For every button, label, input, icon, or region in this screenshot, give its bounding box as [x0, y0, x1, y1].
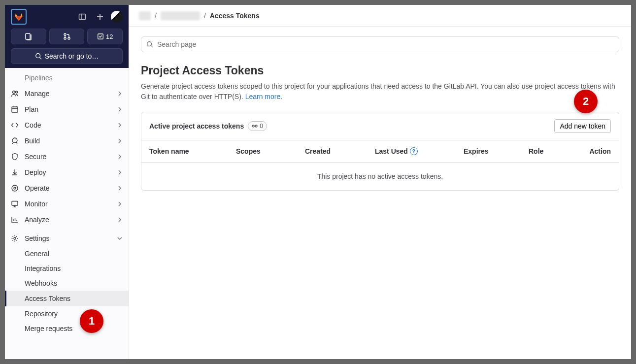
- chevron-down-icon: [117, 235, 123, 241]
- svg-rect-13: [12, 107, 18, 112]
- svg-point-17: [12, 185, 18, 191]
- code-icon: [11, 121, 19, 129]
- sidebar-sub-webhooks[interactable]: Webhooks: [5, 276, 129, 291]
- breadcrumb-separator: /: [204, 12, 206, 20]
- card-title: Active project access tokens: [149, 122, 244, 130]
- col-expires: Expires: [464, 147, 529, 155]
- svg-point-9: [35, 54, 40, 58]
- col-last-used: Last Used?: [375, 147, 464, 155]
- main-content: / / Access Tokens Project Access Tokens …: [129, 5, 631, 359]
- svg-rect-4: [26, 33, 30, 39]
- add-new-token-button[interactable]: Add new token: [554, 119, 611, 133]
- gitlab-logo[interactable]: [11, 9, 27, 25]
- col-created: Created: [305, 147, 375, 155]
- sidebar-item-code[interactable]: Code: [5, 117, 129, 133]
- topbar: 12 Search or go to…: [5, 5, 129, 68]
- page-search[interactable]: [141, 36, 619, 52]
- sidebar-item-settings[interactable]: Settings: [5, 231, 129, 246]
- create-new-icon[interactable]: [93, 10, 107, 24]
- svg-point-31: [255, 125, 257, 127]
- svg-point-12: [16, 91, 18, 93]
- tanuki-icon: [14, 12, 24, 22]
- token-icon: [252, 124, 258, 129]
- callout-1: 1: [80, 309, 103, 333]
- gear-icon: [11, 234, 19, 242]
- sidebar-toggle-icon[interactable]: [75, 10, 89, 24]
- table-header: Token name Scopes Created Last Used? Exp…: [141, 140, 619, 163]
- chevron-right-icon: [117, 169, 123, 175]
- calendar-icon: [11, 105, 19, 113]
- global-search[interactable]: Search or go to…: [11, 48, 123, 64]
- monitor-icon: [11, 200, 19, 208]
- todos-count: 12: [106, 33, 113, 40]
- sidebar-item-monitor[interactable]: Monitor: [5, 196, 129, 212]
- chevron-right-icon: [117, 106, 123, 112]
- col-scopes: Scopes: [236, 147, 305, 155]
- learn-more-link[interactable]: Learn more.: [245, 93, 282, 100]
- page-description: Generate project access tokens scoped to…: [141, 81, 619, 102]
- sidebar-item-plan[interactable]: Plan: [5, 101, 129, 117]
- users-icon: [11, 90, 19, 98]
- sidebar-item-manage[interactable]: Manage: [5, 86, 129, 101]
- chevron-right-icon: [117, 122, 123, 128]
- page-title: Project Access Tokens: [141, 64, 619, 77]
- breadcrumb-separator: /: [155, 12, 157, 20]
- operate-icon: [11, 184, 19, 192]
- search-icon: [35, 53, 42, 60]
- todos-pill[interactable]: 12: [87, 29, 123, 44]
- svg-rect-19: [12, 201, 18, 206]
- svg-point-6: [64, 37, 66, 39]
- breadcrumb-group[interactable]: [139, 11, 151, 20]
- col-role: Role: [529, 147, 578, 155]
- chevron-right-icon: [117, 138, 123, 144]
- search-icon: [146, 41, 153, 48]
- sidebar-item-pipelines[interactable]: Pipelines: [5, 70, 129, 86]
- sidebar-item-analyze[interactable]: Analyze: [5, 212, 129, 228]
- sidebar-item-secure[interactable]: Secure: [5, 149, 129, 165]
- chevron-right-icon: [117, 91, 123, 97]
- chevron-right-icon: [117, 217, 123, 223]
- svg-rect-0: [79, 14, 86, 20]
- sidebar-item-build[interactable]: Build: [5, 133, 129, 149]
- analytics-icon: [11, 216, 19, 224]
- tokens-card: Active project access tokens 0 Add new t…: [141, 112, 619, 191]
- svg-point-30: [252, 125, 254, 127]
- svg-line-10: [39, 58, 41, 60]
- sidebar-nav: Pipelines Manage Plan Code Build: [5, 68, 129, 359]
- svg-line-29: [151, 46, 153, 48]
- sidebar-sub-repository[interactable]: Repository: [5, 306, 129, 321]
- col-token-name: Token name: [149, 147, 236, 155]
- sidebar-sub-integrations[interactable]: Integrations: [5, 261, 129, 276]
- page-search-input[interactable]: [157, 40, 614, 48]
- app-frame: 12 Search or go to… Pipelines Manage Pla…: [5, 5, 631, 359]
- sidebar-item-operate[interactable]: Operate: [5, 180, 129, 196]
- callout-2: 2: [574, 90, 598, 113]
- sidebar-sub-access-tokens[interactable]: Access Tokens: [5, 291, 129, 306]
- user-avatar[interactable]: [111, 11, 123, 23]
- chevron-right-icon: [117, 201, 123, 207]
- global-search-label: Search or go to…: [45, 52, 99, 60]
- breadcrumb: / / Access Tokens: [129, 5, 631, 27]
- help-icon[interactable]: ?: [410, 147, 418, 155]
- breadcrumb-current: Access Tokens: [210, 12, 260, 20]
- sidebar-sub-general[interactable]: General: [5, 246, 129, 261]
- svg-point-11: [13, 91, 15, 94]
- svg-point-5: [64, 33, 66, 35]
- merge-requests-pill[interactable]: [49, 29, 85, 44]
- sidebar-item-deploy[interactable]: Deploy: [5, 165, 129, 180]
- chevron-right-icon: [117, 154, 123, 160]
- rocket-icon: [11, 137, 19, 145]
- svg-point-18: [14, 187, 16, 189]
- token-count-badge: 0: [248, 121, 267, 131]
- sidebar: 12 Search or go to… Pipelines Manage Pla…: [5, 5, 129, 359]
- shield-icon: [11, 153, 19, 161]
- svg-point-7: [68, 37, 70, 39]
- breadcrumb-project[interactable]: [161, 11, 200, 20]
- chevron-right-icon: [117, 185, 123, 191]
- issues-pill[interactable]: [11, 29, 46, 44]
- empty-tokens-message: This project has no active access tokens…: [141, 163, 619, 190]
- svg-point-27: [14, 237, 16, 239]
- deploy-icon: [11, 168, 19, 176]
- sidebar-sub-merge-requests[interactable]: Merge requests: [5, 321, 129, 336]
- svg-point-28: [147, 42, 152, 46]
